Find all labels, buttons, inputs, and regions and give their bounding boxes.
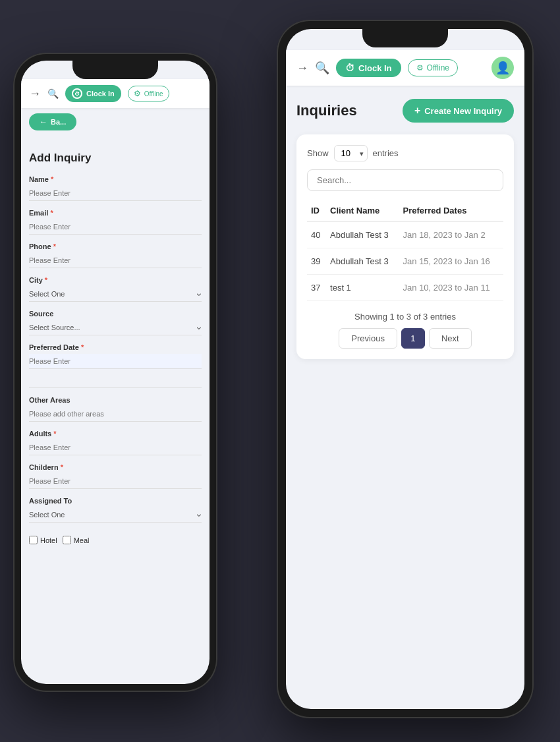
table-row[interactable]: 39Abdullah Test 3Jan 15, 2023 to Jan 16 xyxy=(307,248,503,275)
clock-icon: ⏱ xyxy=(72,88,82,99)
city-field-group: City * Select One xyxy=(29,276,202,302)
table-header-row: IDClient NamePreferred Dates xyxy=(307,200,503,221)
email-label: Email * xyxy=(29,209,202,217)
assigned-to-group: Assigned To Select One xyxy=(29,497,202,523)
front-main-content: Inquiries + Create New Inquiry Show 10 xyxy=(286,86,524,372)
inquiries-table: IDClient NamePreferred Dates 40Abdullah … xyxy=(307,200,503,301)
previous-button[interactable]: Previous xyxy=(339,328,397,349)
adults-label: Adults * xyxy=(29,430,202,438)
phone-input[interactable] xyxy=(29,253,202,268)
cell-preferred-dates: Jan 18, 2023 to Jan 2 xyxy=(399,221,503,248)
source-select[interactable]: Select Source... xyxy=(29,320,202,335)
children-label: Childern * xyxy=(29,463,202,471)
assigned-to-label: Assigned To xyxy=(29,497,202,505)
create-btn-label: Create New Inquiry xyxy=(424,106,502,116)
back-phone-screen: → 🔍 ⏱ Clock In ⚙ Offline ← Ba... xyxy=(21,61,210,684)
front-offline-label: Offline xyxy=(427,63,449,72)
front-phone: → 🔍 ⏱ Clock In ⚙ Offline 👤 Inquiries xyxy=(277,20,534,718)
next-button[interactable]: Next xyxy=(429,328,472,349)
assigned-to-wrapper: Select One xyxy=(29,507,202,523)
table-head: IDClient NamePreferred Dates xyxy=(307,200,503,221)
required-mark: * xyxy=(51,175,53,183)
pagination-area: Showing 1 to 3 of 3 entries Previous 1 N… xyxy=(307,312,503,349)
showing-text: Showing 1 to 3 of 3 entries xyxy=(354,312,456,322)
hotel-toggle: Hotel xyxy=(29,536,57,544)
front-search-icon: 🔍 xyxy=(315,61,329,75)
cell-id: 39 xyxy=(307,248,326,275)
entries-select[interactable]: 10 25 50 xyxy=(334,145,368,161)
show-label: Show xyxy=(307,148,329,158)
front-back-arrow-icon: → xyxy=(296,61,308,75)
city-select-wrapper: Select One xyxy=(29,287,202,302)
cell-client-name: Abdullah Test 3 xyxy=(326,221,399,248)
search-input[interactable] xyxy=(307,169,503,191)
back-btn-label: Ba... xyxy=(51,118,66,126)
front-phone-screen: → 🔍 ⏱ Clock In ⚙ Offline 👤 Inquiries xyxy=(286,29,524,709)
cell-client-name: test 1 xyxy=(326,275,399,301)
children-input[interactable] xyxy=(29,474,202,489)
other-areas-group: Other Areas xyxy=(29,396,202,422)
email-input[interactable] xyxy=(29,219,202,235)
show-entries-row: Show 10 25 50 entries xyxy=(307,145,503,161)
back-phone-header: → 🔍 ⏱ Clock In ⚙ Offline xyxy=(21,79,210,108)
name-field-group: Name * xyxy=(29,175,202,201)
cell-client-name: Abdullah Test 3 xyxy=(326,248,399,275)
gear-icon: ⚙ xyxy=(134,89,141,98)
table-row[interactable]: 37test 1Jan 10, 2023 to Jan 11 xyxy=(307,275,503,301)
scene: → 🔍 ⏱ Clock In ⚙ Offline ← Ba... xyxy=(0,0,560,742)
source-field-group: Source Select Source... xyxy=(29,310,202,335)
phone-field-group: Phone * xyxy=(29,243,202,268)
cell-id: 37 xyxy=(307,275,326,301)
name-label: Name * xyxy=(29,175,202,183)
front-gear-icon: ⚙ xyxy=(416,63,424,72)
front-clock-in-label: Clock In xyxy=(358,63,392,73)
create-new-inquiry-button[interactable]: + Create New Inquiry xyxy=(403,99,514,123)
page-1-button[interactable]: 1 xyxy=(401,328,425,349)
front-phone-notch xyxy=(362,29,448,47)
name-input[interactable] xyxy=(29,186,202,201)
cell-preferred-dates: Jan 15, 2023 to Jan 16 xyxy=(399,248,503,275)
children-group: Childern * xyxy=(29,463,202,489)
inquiries-header: Inquiries + Create New Inquiry xyxy=(296,99,514,123)
front-offline-button[interactable]: ⚙ Offline xyxy=(408,59,458,76)
source-select-wrapper: Select Source... xyxy=(29,320,202,335)
preferred-date-end-input[interactable] xyxy=(29,373,202,388)
city-label: City * xyxy=(29,276,202,284)
hotel-meal-row: Hotel Meal xyxy=(29,530,202,550)
meal-toggle: Meal xyxy=(63,536,90,544)
other-areas-label: Other Areas xyxy=(29,396,202,404)
col-0-header: ID xyxy=(307,200,326,221)
source-label: Source xyxy=(29,310,202,318)
col-1-header: Client Name xyxy=(326,200,399,221)
preferred-date-label: Preferred Date * xyxy=(29,343,202,351)
search-icon: 🔍 xyxy=(47,88,59,99)
pagination-buttons: Previous 1 Next xyxy=(339,328,471,349)
offline-button[interactable]: ⚙ Offline xyxy=(128,86,169,101)
back-btn-row: ← Ba... xyxy=(21,108,210,144)
front-clock-icon: ⏱ xyxy=(345,63,354,73)
entries-select-wrapper: 10 25 50 xyxy=(334,145,368,161)
back-button[interactable]: ← Ba... xyxy=(29,113,76,130)
inquiries-title: Inquiries xyxy=(296,102,357,119)
add-inquiry-form: Add Inquiry Name * Email * xyxy=(21,144,210,557)
preferred-date-input[interactable] xyxy=(29,354,202,369)
col-2-header: Preferred Dates xyxy=(399,200,503,221)
user-avatar: 👤 xyxy=(491,57,514,79)
assigned-to-select[interactable]: Select One xyxy=(29,507,202,523)
adults-input[interactable] xyxy=(29,440,202,455)
table-row[interactable]: 40Abdullah Test 3Jan 18, 2023 to Jan 2 xyxy=(307,221,503,248)
table-body: 40Abdullah Test 3Jan 18, 2023 to Jan 239… xyxy=(307,221,503,301)
back-arrow-icon: → xyxy=(29,87,41,101)
offline-label: Offline xyxy=(144,90,163,98)
meal-checkbox[interactable] xyxy=(63,536,71,544)
other-areas-input[interactable] xyxy=(29,407,202,422)
email-field-group: Email * xyxy=(29,209,202,235)
city-select[interactable]: Select One xyxy=(29,287,202,302)
clock-in-button[interactable]: ⏱ Clock In xyxy=(65,85,121,102)
front-clock-in-button[interactable]: ⏱ Clock In xyxy=(336,59,401,77)
hotel-checkbox[interactable] xyxy=(29,536,38,544)
back-arrow-btn-icon: ← xyxy=(40,117,47,127)
add-inquiry-title: Add Inquiry xyxy=(29,152,202,165)
table-card: Show 10 25 50 entries xyxy=(296,134,514,359)
plus-icon: + xyxy=(414,105,420,117)
